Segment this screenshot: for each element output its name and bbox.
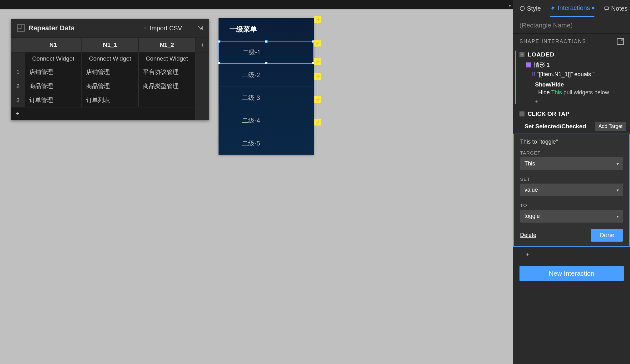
import-csv-button[interactable]: + Import CSV (143, 25, 182, 32)
bolt-icon[interactable]: ⚡ (314, 96, 321, 103)
menu-level1[interactable]: 一级菜单 ⚡ (219, 18, 314, 41)
cell[interactable]: 商品管理 (82, 79, 139, 93)
loaded-event: − LOADED − 情形 1 If "[[Item.N1_1]]" equal… (513, 49, 630, 105)
menu-item-label: 二级-2 (242, 71, 260, 79)
add-row-button[interactable]: + (11, 107, 195, 120)
connect-row-end (195, 52, 209, 65)
cell[interactable]: 订单管理 (25, 93, 82, 107)
selection-handle[interactable] (265, 40, 268, 43)
menu-item-label: 二级-1 (243, 48, 261, 57)
menu-preview: 一级菜单 ⚡ 二级-1 ⚡ ⚡ 二级-2 ⚡ 二级-3 ⚡ 二级-4 ⚡ 二级-… (219, 18, 314, 155)
repeater-data-panel: Repeater Data + Import CSV ⇲ N1 N1_1 N1_… (11, 19, 209, 120)
table-row: 2 商品管理 商品管理 商品类型管理 (11, 79, 209, 93)
cell[interactable]: 订单列表 (82, 93, 139, 107)
delete-button[interactable]: Delete (520, 232, 536, 239)
condition-row[interactable]: If "[[Item.N1_1]]" equals "" (519, 70, 624, 79)
repeater-title: Repeater Data (28, 24, 143, 32)
case-label[interactable]: 情形 1 (534, 61, 550, 69)
external-link-icon[interactable] (617, 38, 624, 45)
column-header-n1-2[interactable]: N1_2 (139, 38, 195, 52)
set-label: SET (520, 176, 623, 182)
cell[interactable]: 商品管理 (25, 79, 82, 93)
canvas-area: Repeater Data + Import CSV ⇲ N1 N1_1 N1_… (0, 9, 337, 364)
collapse-icon[interactable]: − (519, 52, 524, 57)
chevron-down-icon: ▾ (617, 161, 619, 166)
to-select[interactable]: toggle ▾ (520, 210, 623, 223)
chevron-down-icon: ▾ (617, 214, 619, 219)
purple-indicator (515, 51, 516, 104)
menu-item-2[interactable]: 二级-2 ⚡ (219, 64, 314, 86)
chevron-down-icon: ▾ (617, 188, 619, 193)
row-number: 1 (11, 65, 25, 79)
menu-item-label: 二级-3 (242, 94, 260, 102)
element-name-field[interactable]: (Rectangle Name) (513, 17, 630, 34)
connect-widget-n1-2[interactable]: Connect Widget (139, 52, 195, 65)
connect-row-spacer (11, 52, 25, 65)
target-select[interactable]: This ▾ (520, 157, 623, 170)
cell[interactable]: 店铺管理 (25, 65, 82, 79)
tab-style[interactable]: Style (519, 0, 541, 17)
action-detail[interactable]: Hide This pull widgets below (519, 88, 624, 96)
target-label: TARGET (520, 150, 623, 155)
menu-level1-label: 一级菜单 (229, 25, 257, 34)
click-event-section: − CLICK OR TAP Set Selected/Checked Add … (513, 105, 630, 247)
event-click-label[interactable]: CLICK OR TAP (528, 111, 569, 117)
repeater-header: Repeater Data + Import CSV ⇲ (11, 19, 209, 37)
connect-widget-n1-1[interactable]: Connect Widget (82, 52, 139, 65)
add-event-button[interactable]: + (513, 247, 630, 263)
row-number: 3 (11, 93, 25, 107)
cell[interactable]: 平台协议管理 (139, 65, 195, 79)
cell[interactable]: 商品类型管理 (139, 79, 195, 93)
right-panel: Style Interactions Notes (Rectangle Name… (513, 0, 630, 364)
import-csv-label: Import CSV (150, 25, 182, 32)
column-header-n1[interactable]: N1 (25, 38, 82, 52)
add-column-button[interactable]: + (195, 38, 209, 52)
add-target-button[interactable]: Add Target (595, 122, 626, 131)
table-row: 1 店铺管理 店铺管理 平台协议管理 (11, 65, 209, 79)
action-set-selected[interactable]: Set Selected/Checked (524, 123, 586, 130)
action-showhide[interactable]: Show/Hide (519, 79, 624, 88)
action-edit-panel: This to "toggle" TARGET This ▾ SET value… (513, 134, 630, 247)
set-select[interactable]: value ▾ (520, 184, 623, 196)
selection-handle[interactable] (312, 40, 314, 43)
done-button[interactable]: Done (591, 229, 623, 242)
bolt-icon[interactable]: ⚡ (314, 16, 321, 23)
tab-interactions[interactable]: Interactions (550, 0, 594, 17)
menu-item-label: 二级-4 (242, 116, 260, 125)
dropdown-arrow-icon[interactable]: ▼ (508, 3, 512, 8)
bolt-icon[interactable]: ⚡ (314, 58, 321, 65)
plus-icon: + (143, 25, 147, 32)
panel-tabs: Style Interactions Notes (513, 0, 630, 17)
notes-icon (604, 6, 609, 11)
active-dot-icon (592, 7, 594, 9)
to-label: TO (520, 203, 623, 208)
cell[interactable] (139, 93, 195, 107)
add-action-button[interactable]: + (519, 96, 624, 105)
selection-handle[interactable] (218, 40, 220, 43)
grid-icon (17, 24, 25, 32)
style-icon (519, 6, 525, 11)
tab-notes[interactable]: Notes (604, 0, 628, 17)
svg-rect-1 (605, 7, 608, 10)
collapse-icon[interactable]: − (526, 62, 531, 67)
bolt-icon[interactable]: ⚡ (314, 119, 321, 125)
menu-item-label: 二级-5 (242, 139, 260, 148)
collapse-icon[interactable]: − (519, 111, 524, 116)
connect-widget-n1[interactable]: Connect Widget (25, 52, 82, 65)
repeater-table: N1 N1_1 N1_2 + Connect Widget Connect Wi… (11, 37, 209, 120)
set-selected-row: Set Selected/Checked Add Target (513, 119, 630, 134)
cell[interactable]: 店铺管理 (82, 65, 139, 79)
column-header-n1-1[interactable]: N1_1 (82, 38, 139, 52)
new-interaction-button[interactable]: New Interaction (519, 266, 624, 281)
lightning-icon (550, 5, 556, 11)
bolt-icon[interactable]: ⚡ (314, 73, 321, 80)
table-row: 3 订单管理 订单列表 (11, 93, 209, 107)
menu-item-3[interactable]: 二级-3 ⚡ (219, 86, 314, 109)
menu-item-4[interactable]: 二级-4 ⚡ (219, 109, 314, 132)
menu-item-5[interactable]: 二级-5 (219, 132, 314, 155)
menu-item-1[interactable]: 二级-1 ⚡ ⚡ (219, 41, 314, 64)
collapse-icon[interactable]: ⇲ (198, 24, 203, 32)
bolt-icon[interactable]: ⚡ (314, 40, 321, 47)
event-loaded-label[interactable]: LOADED (528, 51, 554, 58)
action-description: This to "toggle" (520, 139, 623, 145)
